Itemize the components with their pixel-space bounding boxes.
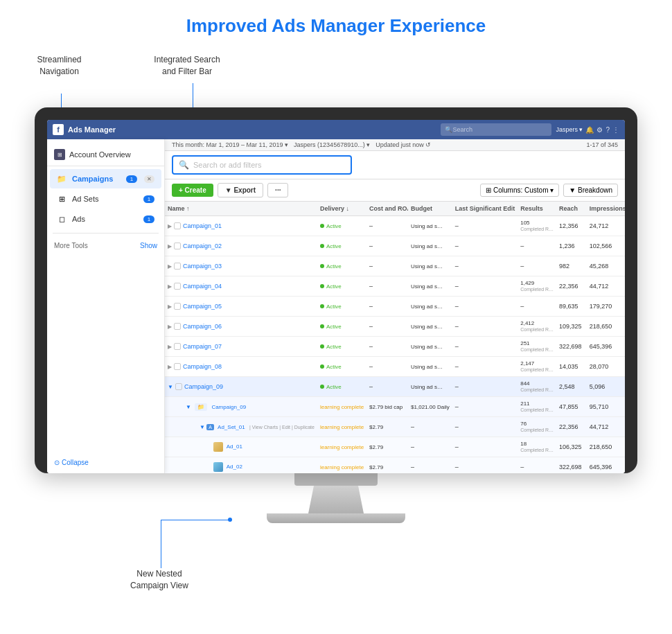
adsets-badge: 1	[143, 195, 154, 203]
filter-search-icon: 🔍	[179, 160, 189, 170]
monitor-stand-neck	[308, 486, 364, 513]
page-title: Improved Ads Manager Experience	[0, 0, 672, 49]
col-cost-roas[interactable]: Cost and ROAS Controls	[366, 202, 408, 216]
fb-logo-icon: f	[53, 124, 64, 135]
table-row[interactable]: ▼ A Ad_Set_01 | View Charts | Edit | Dup…	[165, 417, 625, 437]
sidebar-item-campaigns[interactable]: 📁 Campaigns 1 ✕	[50, 169, 161, 188]
col-impressions[interactable]: Impressions	[587, 202, 625, 216]
table-row[interactable]: ▶Campaign_08 Active – Using ad s… – 2,14…	[165, 357, 625, 377]
campaigns-badge: 1	[126, 175, 137, 183]
monitor-outer: f Ads Manager 🔍 Search Jaspers ▾ 🔔 ⚙ ? ⋮	[35, 107, 637, 473]
campaigns-icon: 📁	[57, 174, 67, 184]
adsets-icon: ⊞	[57, 194, 67, 204]
table-row[interactable]: Ad_02 learning complete $2.79 – – – 322,…	[165, 457, 625, 474]
table-row[interactable]: ▶Campaign_04 Active – Using ad s… – 1,42…	[165, 276, 625, 297]
columns-label: Columns: Custom ▾	[493, 186, 554, 194]
monitor: f Ads Manager 🔍 Search Jaspers ▾ 🔔 ⚙ ? ⋮	[35, 107, 637, 523]
more-tools-label: More Tools	[54, 242, 88, 249]
table-row[interactable]: ▶Campaign_01 Active – Using ad s… – 105C…	[165, 216, 625, 236]
fb-datebar: This month: Mar 1, 2019 – Mar 11, 2019 ▾…	[165, 139, 625, 151]
col-delivery[interactable]: Delivery ↓	[317, 202, 366, 216]
breakdown-button[interactable]: ▼ Breakdown	[563, 184, 618, 197]
fb-topbar-title: Ads Manager	[68, 125, 436, 134]
ads-icon: ◻	[57, 214, 67, 224]
fb-toolbar: + Create ▼ Export ··· ⊞ Columns: Custom …	[165, 179, 625, 202]
record-count: 1-17 of 345	[586, 141, 618, 148]
campaigns-close[interactable]: ✕	[144, 175, 154, 183]
fb-content-area: ⊞ Account Overview 📁 Campaigns 1 ✕ ⊞ Ad …	[47, 139, 625, 473]
filter-search-placeholder: Search or add filters	[193, 161, 261, 169]
fb-main: This month: Mar 1, 2019 – Mar 11, 2019 ▾…	[165, 139, 625, 473]
table-row[interactable]: ▶Campaign_02 Active – Using ad s… – – 1,…	[165, 236, 625, 256]
col-budget[interactable]: Budget	[408, 202, 452, 216]
notification-icon[interactable]: 🔔	[585, 126, 594, 134]
table-row[interactable]: Ad_01 learning complete $2.79 – – 18Comp…	[165, 437, 625, 457]
adsets-label: Ad Sets	[72, 195, 138, 203]
account-name[interactable]: Jaspers (12345678910...) ▾	[294, 141, 370, 148]
columns-icon: ⊞	[486, 186, 491, 194]
account-overview-label: Account Overview	[69, 150, 131, 159]
table-row[interactable]: ▶Campaign_07 Active – Using ad s… – 251C…	[165, 337, 625, 357]
monitor-screen: f Ads Manager 🔍 Search Jaspers ▾ 🔔 ⚙ ? ⋮	[47, 120, 625, 473]
col-reach[interactable]: Reach	[556, 202, 587, 216]
fb-user-menu[interactable]: Jaspers ▾	[556, 126, 583, 133]
more-button[interactable]: ···	[267, 183, 288, 197]
sidebar-item-adsets[interactable]: ⊞ Ad Sets 1	[50, 189, 161, 209]
sidebar-collapse-btn[interactable]: ⊙ Collapse	[54, 459, 89, 466]
ads-label: Ads	[72, 215, 138, 223]
sidebar-item-ads[interactable]: ◻ Ads 1	[50, 209, 161, 229]
table-row[interactable]: ▼ 📁 Campaign_09 learning complete $2.79 …	[165, 397, 625, 417]
export-button[interactable]: ▼ Export	[218, 183, 263, 197]
fb-topbar: f Ads Manager 🔍 Search Jaspers ▾ 🔔 ⚙ ? ⋮	[47, 120, 625, 139]
table-row[interactable]: ▶Campaign_03 Active – Using ad s… – – 98…	[165, 256, 625, 276]
col-last-edit[interactable]: Last Significant Edit	[452, 202, 518, 216]
fb-table: Name ↑ Delivery ↓ Cost and ROAS Controls…	[165, 202, 625, 473]
table-row[interactable]: ▶Campaign_06 Active – Using ad s… – 2,41…	[165, 317, 625, 337]
sidebar-more-tools: More Tools Show	[47, 238, 164, 254]
fb-topbar-search[interactable]: 🔍 Search	[441, 123, 551, 136]
ads-badge: 1	[143, 215, 154, 223]
settings-icon[interactable]: ⚙	[596, 126, 603, 134]
sidebar-account-overview[interactable]: ⊞ Account Overview	[47, 143, 164, 166]
sidebar-show-link[interactable]: Show	[140, 242, 157, 249]
annotation-filter-bar: Integrated Search and Filter Bar	[132, 54, 242, 78]
col-name[interactable]: Name ↑	[165, 202, 317, 216]
account-icon: ⊞	[54, 149, 65, 160]
fb-sidebar: ⊞ Account Overview 📁 Campaigns 1 ✕ ⊞ Ad …	[47, 139, 165, 473]
campaigns-label: Campaigns	[72, 175, 121, 183]
annotation-streamlined-nav: Streamlined Navigation	[6, 54, 113, 78]
updated-status: Updated just now ↺	[375, 141, 431, 148]
toolbar-right: ⊞ Columns: Custom ▾ ▼ Breakdown	[480, 184, 618, 197]
help-icon[interactable]: ?	[605, 126, 610, 134]
monitor-stand-top	[294, 473, 378, 486]
col-results[interactable]: Results	[518, 202, 556, 216]
filter-search-box[interactable]: 🔍 Search or add filters	[172, 155, 352, 175]
table-row[interactable]: ▶Campaign_05 Active – Using ad s… – – 89…	[165, 297, 625, 317]
fb-topbar-icons: Jaspers ▾ 🔔 ⚙ ? ⋮	[556, 126, 619, 134]
fb-filter-bar: 🔍 Search or add filters	[165, 151, 625, 179]
date-range[interactable]: This month: Mar 1, 2019 – Mar 11, 2019 ▾	[172, 141, 288, 148]
annotation-nested-campaign: New Nested Campaign View	[107, 568, 211, 592]
monitor-base	[267, 513, 405, 523]
table-header-row: Name ↑ Delivery ↓ Cost and ROAS Controls…	[165, 202, 625, 216]
columns-button[interactable]: ⊞ Columns: Custom ▾	[480, 184, 559, 197]
create-button[interactable]: + Create	[172, 184, 213, 197]
grid-icon[interactable]: ⋮	[612, 126, 619, 134]
sidebar-divider	[53, 233, 159, 234]
table-row[interactable]: ▼Campaign_09 Active – Using ad s… – 844C…	[165, 377, 625, 397]
